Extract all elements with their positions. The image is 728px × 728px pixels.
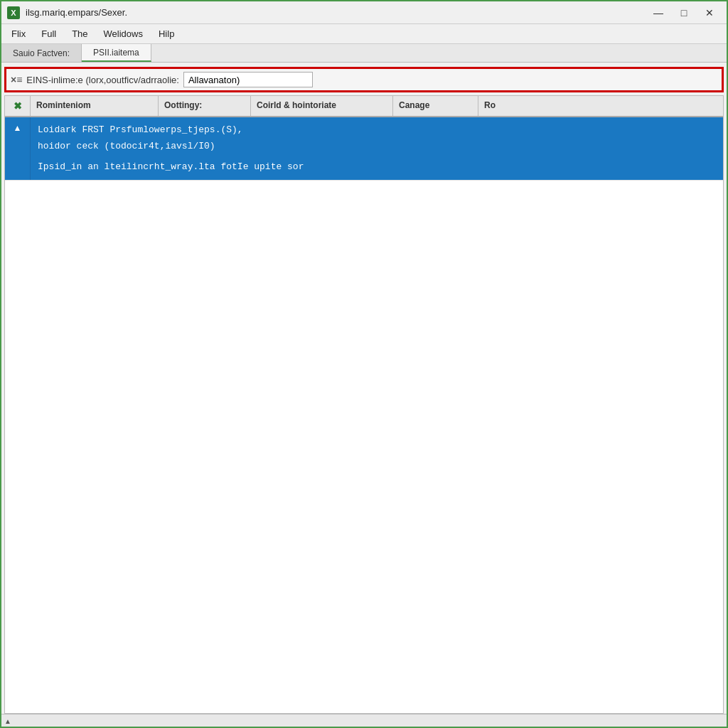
table-body: ▲ Loidark FRST Prsfumlowerps_tjeps.(S), … xyxy=(5,117,723,713)
th-oottingy[interactable]: Oottingy: xyxy=(159,96,251,116)
row-line-2: hoidor ceck (todocir4t,iavsl/I0) xyxy=(38,139,716,154)
filter-icon: ×≡ xyxy=(11,74,22,85)
title-bar: X ilsg.mariq.empars/Sexer. — □ ✕ xyxy=(1,1,727,24)
menu-flix[interactable]: Flix xyxy=(4,26,33,41)
th-coirld-hointoriate[interactable]: Coirld & hointoriate xyxy=(251,96,393,116)
bottom-bar: ▲ xyxy=(1,714,727,728)
th-ro[interactable]: Ro xyxy=(478,96,723,116)
row-expand-arrow[interactable]: ▲ xyxy=(5,117,31,180)
th-rominteniom[interactable]: Rominteniom xyxy=(31,96,159,116)
row-line-3: Ipsid_in an lteilincrht_wray.lta fotIe u… xyxy=(38,160,716,175)
row-content: Loidark FRST Prsfumlowerps_tjeps.(S), ho… xyxy=(31,117,723,180)
th-canage[interactable]: Canage xyxy=(393,96,478,116)
data-table: ✖ Rominteniom Oottingy: Coirld & hointor… xyxy=(4,95,724,714)
menu-hilp[interactable]: Hilp xyxy=(151,26,181,41)
app-icon: X xyxy=(7,6,20,19)
tab-bar: Sauio Factven: PSII.iaitema xyxy=(1,44,727,63)
close-button[interactable]: ✕ xyxy=(698,4,721,21)
minimize-button[interactable]: — xyxy=(647,4,670,21)
table-header: ✖ Rominteniom Oottingy: Coirld & hointor… xyxy=(5,96,723,117)
title-bar-left: X ilsg.mariq.empars/Sexer. xyxy=(7,6,127,19)
scroll-up-arrow[interactable]: ▲ xyxy=(4,717,11,725)
green-x-icon: ✖ xyxy=(14,100,22,112)
th-icon: ✖ xyxy=(5,96,31,116)
title-controls: — □ ✕ xyxy=(647,4,721,21)
filter-label: EINS-inlime:e (lorx,ooutficv/adrraolie: xyxy=(26,75,179,85)
empty-table-area xyxy=(5,181,723,465)
menu-full[interactable]: Full xyxy=(34,26,63,41)
maximize-button[interactable]: □ xyxy=(673,4,695,21)
window-title: ilsg.mariq.empars/Sexer. xyxy=(26,7,127,18)
row-line-1: Loidark FRST Prsfumlowerps_tjeps.(S), xyxy=(38,123,716,138)
tab-psii-iaitema[interactable]: PSII.iaitema xyxy=(82,44,151,62)
filter-bar: ×≡ EINS-inlime:e (lorx,ooutficv/adrraoli… xyxy=(4,67,724,92)
menu-the[interactable]: The xyxy=(65,26,95,41)
tab-sauio-factven[interactable]: Sauio Factven: xyxy=(1,44,82,62)
table-row[interactable]: ▲ Loidark FRST Prsfumlowerps_tjeps.(S), … xyxy=(5,117,723,181)
menu-welidows[interactable]: Welidows xyxy=(97,26,150,41)
menu-bar: Flix Full The Welidows Hilp xyxy=(1,24,727,44)
main-content: ×≡ EINS-inlime:e (lorx,ooutficv/adrraoli… xyxy=(1,63,727,728)
filter-input[interactable] xyxy=(183,72,313,87)
